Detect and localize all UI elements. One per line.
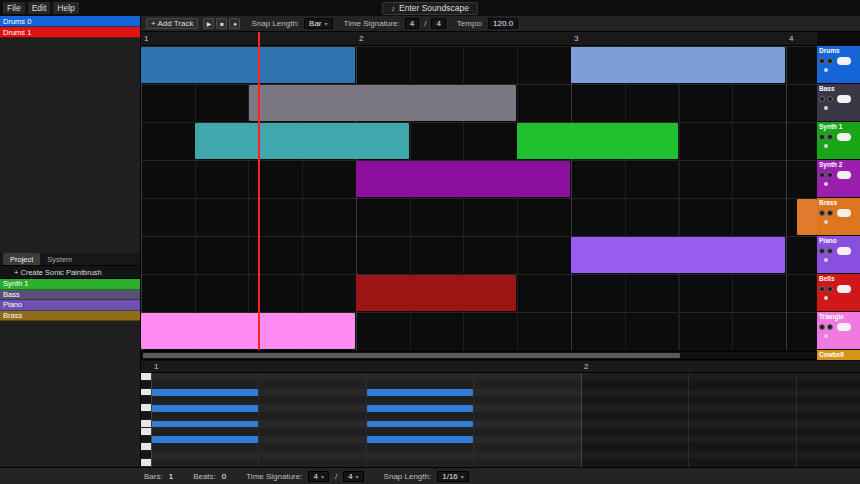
piano-roll-ruler[interactable]: 12 [141,361,860,373]
tempo-input[interactable]: 120.0 [488,18,518,29]
volume-slider[interactable] [837,247,851,255]
midi-note[interactable] [152,436,258,443]
instrument-item-bass[interactable]: Bass [0,290,140,301]
clip-piano[interactable] [571,237,785,273]
clip-synth-2[interactable] [356,161,570,197]
track-header-synth-1[interactable]: Synth 1 [817,122,860,159]
scrollbar-thumb[interactable] [143,353,680,358]
track-header-cowbell[interactable]: Cowbell [817,350,860,360]
pan-knob[interactable] [824,258,828,262]
piano-key[interactable] [141,420,151,428]
piano-key[interactable] [141,373,151,381]
clip-synth-1[interactable] [195,123,409,159]
piano-key[interactable] [141,459,151,467]
pan-knob[interactable] [824,220,828,224]
pattern-item-drums-1[interactable]: Drums 1 [0,27,140,38]
arranger-grid[interactable] [141,46,817,350]
piano-key[interactable] [141,404,151,412]
piano-key[interactable] [141,396,151,404]
mute-button[interactable] [819,172,825,178]
midi-note[interactable] [367,421,473,428]
track-header-bells[interactable]: Bells [817,274,860,311]
pattern-item-drums-0[interactable]: Drums 0 [0,16,140,27]
solo-button[interactable] [827,134,833,140]
piano-roll-grid[interactable] [151,373,860,467]
clip-drums[interactable] [141,47,355,83]
mute-button[interactable] [819,58,825,64]
menu-file[interactable]: File [3,2,25,14]
menu-edit[interactable]: Edit [28,2,51,14]
track-header-piano[interactable]: Piano [817,236,860,273]
volume-slider[interactable] [837,133,851,141]
mute-button[interactable] [819,96,825,102]
clip-bells[interactable] [356,275,516,311]
solo-button[interactable] [827,286,833,292]
volume-slider[interactable] [837,57,851,65]
solo-button[interactable] [827,324,833,330]
status-snap-length-dropdown[interactable]: 1/16 ▾ [437,471,469,482]
clip-brass[interactable] [797,199,817,235]
clip-bass[interactable] [249,85,517,121]
piano-key[interactable] [141,428,151,436]
snap-length-dropdown[interactable]: Bar ▾ [304,18,332,29]
clip-triangle[interactable] [141,313,355,349]
volume-slider[interactable] [837,285,851,293]
record-button[interactable]: ● [229,18,240,29]
pan-knob[interactable] [824,68,828,72]
midi-note[interactable] [152,389,258,396]
midi-note[interactable] [367,405,473,412]
volume-slider[interactable] [837,209,851,217]
mute-button[interactable] [819,286,825,292]
midi-note[interactable] [367,389,473,396]
volume-slider[interactable] [837,323,851,331]
pan-knob[interactable] [824,334,828,338]
clip-synth-1[interactable] [517,123,677,159]
track-header-triangle[interactable]: Triangle [817,312,860,349]
time-signature-denominator[interactable]: 4 [431,18,445,29]
piano-key[interactable] [141,451,151,459]
menu-help[interactable]: Help [53,2,78,14]
volume-slider[interactable] [837,171,851,179]
pan-knob[interactable] [824,106,828,110]
add-track-button[interactable]: + Add Track [146,18,198,29]
midi-note[interactable] [367,436,473,443]
status-time-signature-denominator-dropdown[interactable]: 4 ▾ [343,471,363,482]
tab-project[interactable]: Project [3,253,40,265]
create-sonic-paintbrush-button[interactable]: + Create Sonic Paintbrush [0,266,140,279]
solo-button[interactable] [827,96,833,102]
midi-note[interactable] [152,421,258,428]
mute-button[interactable] [819,248,825,254]
timeline-ruler[interactable]: 1234 [141,32,817,46]
enter-soundscape-button[interactable]: ♪ Enter Soundscape [382,2,478,15]
pan-knob[interactable] [824,144,828,148]
instrument-item-piano[interactable]: Piano [0,300,140,311]
track-header-drums[interactable]: Drums [817,46,860,83]
track-header-synth-2[interactable]: Synth 2 [817,160,860,197]
solo-button[interactable] [827,58,833,64]
volume-slider[interactable] [837,95,851,103]
horizontal-scrollbar[interactable] [141,351,817,360]
mute-button[interactable] [819,134,825,140]
play-button[interactable]: ▶ [203,18,214,29]
stop-button[interactable]: ■ [216,18,227,29]
solo-button[interactable] [827,210,833,216]
status-time-signature-numerator-dropdown[interactable]: 4 ▾ [308,471,328,482]
piano-key[interactable] [141,389,151,397]
clip-drums[interactable] [571,47,785,83]
mute-button[interactable] [819,210,825,216]
time-signature-numerator[interactable]: 4 [405,18,419,29]
pan-knob[interactable] [824,182,828,186]
midi-note[interactable] [152,405,258,412]
piano-key[interactable] [141,436,151,444]
track-header-bass[interactable]: Bass [817,84,860,121]
piano-key[interactable] [141,381,151,389]
tab-system[interactable]: System [40,253,79,265]
instrument-item-brass[interactable]: Brass [0,311,140,322]
piano-key[interactable] [141,412,151,420]
piano-key[interactable] [141,443,151,451]
track-header-brass[interactable]: Brass [817,198,860,235]
solo-button[interactable] [827,248,833,254]
mute-button[interactable] [819,324,825,330]
pan-knob[interactable] [824,296,828,300]
instrument-item-synth-1[interactable]: Synth 1 [0,279,140,290]
